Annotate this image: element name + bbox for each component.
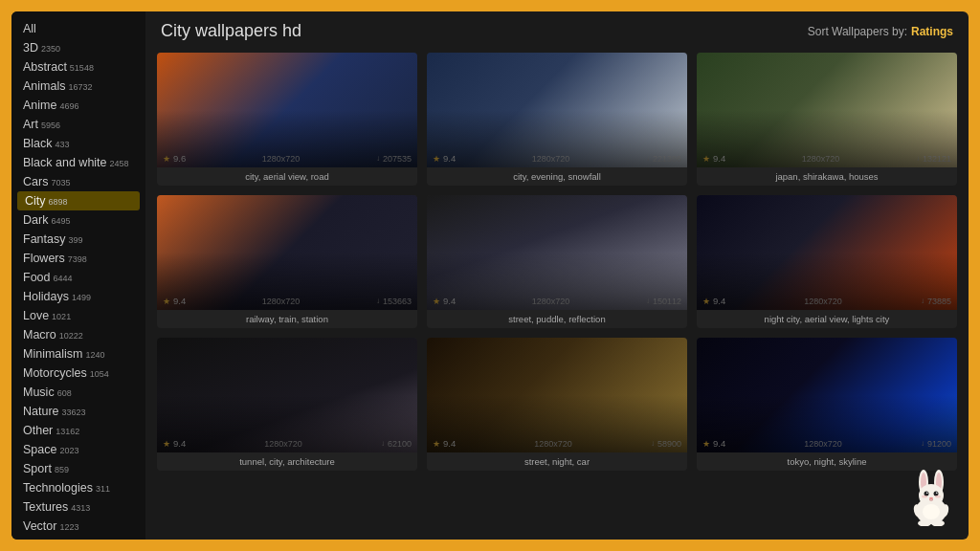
sidebar-item-art[interactable]: Art5956 (11, 115, 145, 134)
wallpaper-card[interactable]: ★ 9.4 1280x720 ↓ 73885 night city, aeria… (697, 195, 957, 328)
page-header: City wallpapers hd Sort Wallpapers by: R… (145, 11, 969, 49)
sidebar-item-count: 608 (57, 388, 72, 398)
sidebar-item-label: Technologies (23, 481, 93, 495)
sidebar-item-space[interactable]: Space2023 (11, 440, 145, 459)
sidebar-item-dark[interactable]: Dark6495 (11, 210, 145, 230)
rating-group: ★ 9.4 (433, 438, 456, 449)
sidebar-item-count: 2023 (59, 446, 78, 455)
download-group: ↓ 58900 (651, 439, 681, 449)
card-image-bg (427, 338, 687, 452)
sidebar-item-words[interactable]: Words2235 (11, 536, 145, 540)
card-image: ★ 9.4 1280x720 ↓ 150112 (427, 195, 687, 310)
sidebar-item-label: Flowers (23, 252, 65, 265)
sidebar-item-count: 399 (68, 235, 82, 245)
download-icon: ↓ (376, 297, 380, 305)
sidebar-item-nature[interactable]: Nature33623 (11, 402, 145, 421)
sidebar-item-anime[interactable]: Anime4696 (11, 96, 145, 115)
sidebar-item-count: 4313 (71, 503, 90, 513)
star-icon: ★ (702, 439, 710, 449)
sidebar-item-label: Cars (23, 175, 48, 188)
sidebar-item-label: Music (23, 386, 55, 399)
sidebar-item-cars[interactable]: Cars7035 (11, 172, 145, 191)
sidebar-item-sport[interactable]: Sport859 (11, 459, 145, 478)
card-stats: ★ 9.4 1280x720 ↓ 132121 (702, 153, 951, 164)
sidebar-item-count: 6898 (49, 197, 68, 207)
card-resolution: 1280x720 (262, 154, 301, 164)
sort-value[interactable]: Ratings (911, 25, 953, 38)
main-content: City wallpapers hd Sort Wallpapers by: R… (145, 11, 969, 540)
sidebar-item-textures[interactable]: Textures4313 (11, 497, 145, 517)
wallpaper-card[interactable]: ★ 9.4 1280x720 ↓ 58900 street, night, ca… (427, 338, 687, 471)
sidebar-item-other[interactable]: Other13162 (11, 421, 145, 440)
sidebar-item-label: Love (23, 309, 49, 322)
sidebar-item-label: Fantasy (23, 232, 65, 246)
star-icon: ★ (163, 154, 170, 164)
sidebar-item-label: Other (23, 424, 53, 437)
card-resolution: 1280x720 (802, 154, 840, 164)
sidebar-item-label: Nature (23, 405, 59, 418)
card-downloads: 153663 (383, 297, 412, 306)
card-caption: night city, aerial view, lights city (697, 310, 957, 328)
sidebar-item-animals[interactable]: Animals16732 (11, 77, 145, 96)
download-group: ↓ 153663 (376, 297, 412, 306)
card-rating: 9.6 (173, 153, 186, 164)
wallpaper-card[interactable]: ★ 9.4 1280x720 ↓ 221386 city, evening, s… (427, 53, 687, 186)
sidebar-item-vector[interactable]: Vector1223 (11, 517, 145, 536)
wallpaper-card[interactable]: ★ 9.6 1280x720 ↓ 207535 city, aerial vie… (157, 53, 417, 186)
sidebar-item-macro[interactable]: Macro10222 (11, 325, 145, 344)
sidebar-item-label: 3D (23, 41, 38, 55)
sidebar-item-count: 2350 (41, 44, 60, 54)
card-rating: 9.4 (713, 296, 725, 306)
sidebar-item-fantasy[interactable]: Fantasy399 (11, 230, 145, 249)
wallpaper-card[interactable]: ★ 9.4 1280x720 ↓ 91200 tokyo, night, sky… (697, 338, 957, 471)
sidebar-item-label: Space (23, 443, 56, 456)
wallpaper-card[interactable]: ★ 9.4 1280x720 ↓ 153663 railway, train, … (157, 195, 417, 328)
sidebar-item-count: 859 (55, 465, 69, 474)
sidebar-item-minimalism[interactable]: Minimalism1240 (11, 344, 145, 364)
sidebar-item-3d[interactable]: 3D2350 (11, 38, 145, 57)
sidebar-item-music[interactable]: Music608 (11, 383, 145, 402)
wallpaper-card[interactable]: ★ 9.4 1280x720 ↓ 62100 tunnel, city, arc… (157, 338, 417, 471)
sidebar-item-count: 7035 (51, 178, 70, 187)
sidebar-item-count: 1021 (52, 312, 71, 321)
sidebar-item-count: 2458 (110, 159, 129, 168)
card-image-bg (697, 338, 957, 452)
card-caption: tunnel, city, architecture (157, 452, 417, 471)
download-group: ↓ 150112 (646, 297, 681, 306)
sidebar-item-holidays[interactable]: Holidays1499 (11, 287, 145, 306)
sidebar-item-motorcycles[interactable]: Motorcycles1054 (11, 364, 145, 383)
sidebar-item-city[interactable]: City6898 (17, 191, 140, 210)
card-downloads: 62100 (388, 439, 412, 449)
sidebar-item-love[interactable]: Love1021 (11, 306, 145, 325)
sidebar-item-label: Food (23, 271, 51, 284)
card-rating: 9.4 (173, 438, 186, 449)
sidebar-item-count: 16732 (68, 82, 92, 92)
sidebar-item-all[interactable]: All (11, 19, 145, 38)
sidebar-item-abstract[interactable]: Abstract51548 (11, 57, 145, 77)
download-group: ↓ 221386 (646, 154, 681, 164)
wallpaper-card[interactable]: ★ 9.4 1280x720 ↓ 132121 japan, shirakawa… (697, 53, 957, 186)
card-downloads: 150112 (653, 297, 681, 306)
sidebar-item-food[interactable]: Food6444 (11, 268, 145, 287)
card-stats: ★ 9.4 1280x720 ↓ 153663 (163, 296, 412, 306)
sidebar-item-label: Minimalism (23, 347, 83, 361)
card-image: ★ 9.4 1280x720 ↓ 73885 (697, 195, 957, 310)
sidebar-item-label: All (23, 22, 36, 35)
star-icon: ★ (433, 154, 440, 164)
star-icon: ★ (163, 439, 170, 449)
sidebar-item-count: 7398 (68, 254, 87, 264)
rating-group: ★ 9.4 (163, 438, 186, 449)
sidebar-item-black-and-white[interactable]: Black and white2458 (11, 153, 145, 172)
wallpaper-card[interactable]: ★ 9.4 1280x720 ↓ 150112 street, puddle, … (427, 195, 687, 328)
card-stats: ★ 9.4 1280x720 ↓ 91200 (702, 438, 951, 449)
sidebar-item-label: Vector (23, 519, 56, 533)
sidebar-item-technologies[interactable]: Technologies311 (11, 478, 145, 497)
sidebar-item-black[interactable]: Black433 (11, 134, 145, 153)
card-stats: ★ 9.6 1280x720 ↓ 207535 (163, 153, 412, 164)
download-icon: ↓ (646, 297, 650, 305)
rating-group: ★ 9.4 (702, 153, 725, 164)
card-resolution: 1280x720 (804, 439, 842, 449)
sort-label: Sort Wallpapers by: (808, 25, 907, 38)
sidebar-item-flowers[interactable]: Flowers7398 (11, 249, 145, 268)
card-downloads: 132121 (923, 154, 951, 164)
